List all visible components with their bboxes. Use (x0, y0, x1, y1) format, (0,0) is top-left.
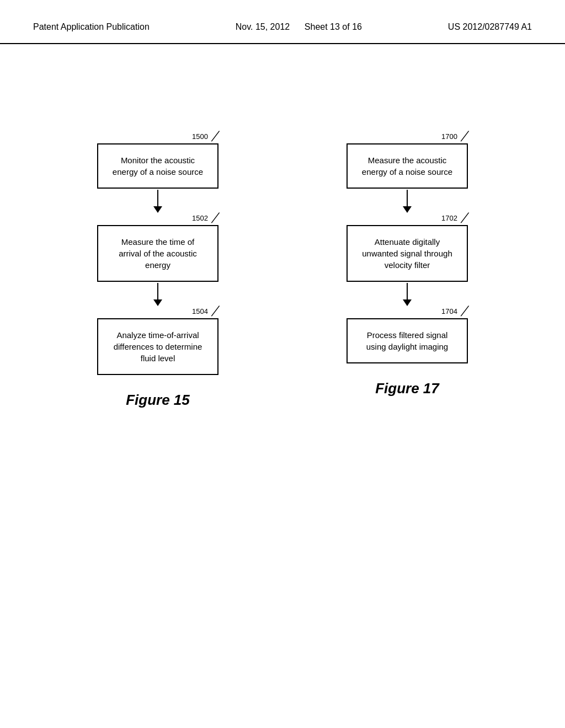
fig15-step1-label: 1500 (192, 132, 208, 141)
fig15-title: Figure 15 (126, 392, 190, 409)
fig17-box1: Measure the acoustic energy of a noise s… (347, 143, 468, 189)
fig17-slash1: ╱ (461, 130, 469, 143)
fig15-slash2: ╱ (211, 211, 220, 224)
fig15-box1: Monitor the acoustic energy of a noise s… (97, 143, 218, 189)
header-publication-label: Patent Application Publication (33, 22, 150, 32)
header-patent-number: US 2012/0287749 A1 (448, 22, 532, 32)
fig15-slash3: ╱ (211, 304, 220, 318)
fig15-box1-text: Monitor the acoustic energy of a noise s… (113, 156, 203, 176)
fig15-box2-text: Measure the time of arrival of the acous… (119, 237, 197, 270)
fig17-box3-text: Process filtered signal using daylight i… (366, 330, 448, 351)
figure-15-flowchart: 1500 ╱ Monitor the acoustic energy of a … (70, 132, 246, 409)
fig17-slash3: ╱ (461, 304, 469, 318)
fig15-arrow2 (153, 283, 162, 306)
fig17-box2-text: Attenuate digitally unwanted signal thro… (362, 237, 452, 270)
fig15-box3-text: Analyze time-of-arrival differences to d… (114, 330, 202, 363)
fig17-arrow-line1 (407, 190, 408, 206)
fig15-arrow-line2 (157, 283, 158, 299)
fig15-box3: Analyze time-of-arrival differences to d… (97, 318, 218, 375)
fig17-arrow-head1 (403, 206, 412, 213)
fig15-arrow-line1 (157, 190, 158, 206)
fig15-slash1: ╱ (211, 130, 220, 143)
fig15-arrow-head1 (153, 206, 162, 213)
fig15-arrow1 (153, 190, 162, 213)
fig17-box3: Process filtered signal using daylight i… (347, 318, 468, 363)
publication-date: Nov. 15, 2012 (236, 22, 290, 31)
fig17-box1-text: Measure the acoustic energy of a noise s… (362, 156, 452, 176)
fig17-step1-label: 1700 (441, 132, 457, 141)
fig17-step3-label: 1704 (441, 307, 457, 315)
fig15-box2: Measure the time of arrival of the acous… (97, 225, 218, 282)
fig17-arrow1 (403, 190, 412, 213)
fig15-step3-label: 1504 (192, 307, 208, 315)
figure-17-flowchart: 1700 ╱ Measure the acoustic energy of a … (319, 132, 495, 397)
fig17-arrow2 (403, 283, 412, 306)
fig15-step2-label: 1502 (192, 214, 208, 222)
sheet-info: Sheet 13 of 16 (305, 22, 362, 31)
fig17-step2-label: 1702 (441, 214, 457, 222)
header-center: Nov. 15, 2012 Sheet 13 of 16 (236, 22, 362, 32)
fig17-slash2: ╱ (461, 211, 469, 224)
publication-title: Patent Application Publication (33, 22, 150, 31)
fig15-arrow-head2 (153, 299, 162, 306)
fig17-arrow-head2 (403, 299, 412, 306)
page-header: Patent Application Publication Nov. 15, … (0, 0, 565, 44)
fig17-title: Figure 17 (375, 380, 439, 397)
main-content: 1500 ╱ Monitor the acoustic energy of a … (0, 44, 565, 442)
fig17-box2: Attenuate digitally unwanted signal thro… (347, 225, 468, 282)
fig17-arrow-line2 (407, 283, 408, 299)
